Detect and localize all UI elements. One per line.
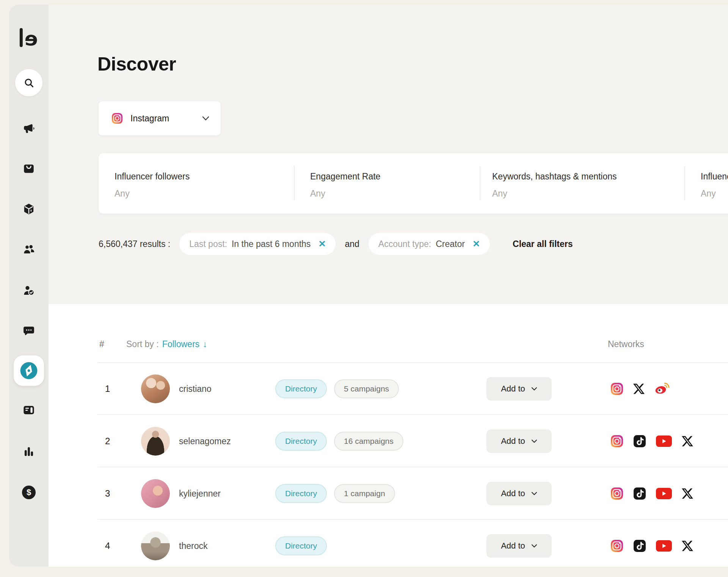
filter-engagement-rate[interactable]: Engagement Rate Any bbox=[310, 153, 462, 214]
sidebar-item-search[interactable] bbox=[15, 69, 42, 96]
sidebar-item-messages[interactable] bbox=[22, 324, 35, 337]
user-check-icon bbox=[22, 284, 35, 297]
sidebar-item-content[interactable] bbox=[22, 404, 35, 417]
sidebar-item-billing[interactable]: $ bbox=[22, 486, 36, 499]
badge-label: Directory bbox=[285, 437, 317, 446]
sidebar-item-discover-active[interactable] bbox=[14, 355, 44, 386]
app-logo[interactable]: ɘ bbox=[20, 28, 38, 47]
filter-value: Any bbox=[310, 189, 325, 199]
column-header-rank: # bbox=[99, 339, 104, 349]
row-rank: 2 bbox=[105, 436, 110, 447]
filter-chip-last-post: Last post: In the past 6 months ✕ bbox=[179, 233, 336, 255]
avatar[interactable] bbox=[141, 427, 170, 456]
badge-label: 5 campaigns bbox=[344, 384, 389, 393]
instagram-icon[interactable] bbox=[610, 487, 623, 500]
avatar[interactable] bbox=[141, 479, 170, 508]
weibo-icon[interactable] bbox=[654, 382, 670, 395]
megaphone-icon bbox=[22, 122, 35, 135]
divider bbox=[294, 166, 295, 200]
chip-label: Last post: bbox=[189, 239, 227, 249]
badge-label: 1 campaign bbox=[344, 489, 385, 498]
platform-selector[interactable]: Instagram bbox=[99, 101, 221, 135]
directory-badge: Directory bbox=[275, 432, 327, 451]
username[interactable]: kyliejenner bbox=[179, 489, 221, 499]
tiktok-icon[interactable] bbox=[633, 435, 646, 448]
remove-filter-icon[interactable]: ✕ bbox=[318, 239, 326, 249]
network-icons bbox=[610, 435, 693, 448]
app-window: ɘ bbox=[0, 0, 728, 577]
x-icon[interactable] bbox=[682, 488, 693, 499]
sort-direction-icon[interactable]: ↓ bbox=[203, 339, 207, 349]
campaigns-badge: 1 campaign bbox=[334, 484, 395, 503]
add-to-label: Add to bbox=[501, 436, 525, 446]
campaigns-badge: 5 campaigns bbox=[334, 379, 399, 398]
results-count: 6,560,437 results : bbox=[99, 239, 170, 249]
youtube-icon[interactable] bbox=[656, 436, 672, 447]
badge-label: Directory bbox=[285, 489, 317, 498]
add-to-button[interactable]: Add to bbox=[486, 482, 552, 505]
instagram-icon[interactable] bbox=[610, 435, 623, 448]
x-icon[interactable] bbox=[682, 436, 693, 447]
chevron-down-icon bbox=[531, 492, 537, 495]
table-row[interactable]: 1 cristiano Directory 5 campaigns Add to bbox=[49, 363, 728, 415]
sidebar-item-store[interactable] bbox=[22, 162, 35, 175]
chip-value: Creator bbox=[436, 239, 465, 249]
avatar[interactable] bbox=[141, 374, 170, 403]
add-to-button[interactable]: Add to bbox=[486, 534, 552, 558]
dollar-icon: $ bbox=[27, 487, 31, 497]
network-icons bbox=[610, 382, 670, 395]
filter-influencer-followers[interactable]: Influencer followers Any bbox=[115, 153, 274, 214]
avatar[interactable] bbox=[141, 531, 170, 560]
x-icon[interactable] bbox=[633, 383, 645, 395]
sidebar-item-influencers[interactable] bbox=[22, 243, 35, 256]
network-icons bbox=[610, 487, 693, 500]
x-icon[interactable] bbox=[682, 540, 693, 552]
username[interactable]: selenagomez bbox=[179, 436, 231, 447]
add-to-button[interactable]: Add to bbox=[486, 429, 552, 453]
instagram-icon[interactable] bbox=[610, 539, 623, 552]
row-rank: 1 bbox=[105, 384, 110, 394]
filter-label: Keywords, hashtags & mentions bbox=[492, 171, 617, 182]
filter-influencer[interactable]: Influencer Any bbox=[701, 153, 728, 214]
results-table: # Sort by : Followers ↓ Networks 1 crist… bbox=[49, 304, 728, 567]
username[interactable]: therock bbox=[179, 541, 207, 551]
sidebar-item-products[interactable] bbox=[22, 203, 35, 215]
table-row[interactable]: 4 therock Directory Add to bbox=[49, 520, 728, 567]
filter-panel: Influencer followers Any Engagement Rate… bbox=[99, 153, 728, 214]
divider bbox=[684, 166, 685, 200]
tiktok-icon[interactable] bbox=[633, 487, 646, 500]
results-bar: 6,560,437 results : Last post: In the pa… bbox=[99, 232, 728, 256]
table-row[interactable]: 3 kyliejenner Directory 1 campaign Add t… bbox=[49, 467, 728, 520]
sidebar-item-campaigns[interactable] bbox=[22, 122, 35, 135]
conjunction-text: and bbox=[345, 239, 359, 249]
table-row[interactable]: 2 selenagomez Directory 16 campaigns Add… bbox=[49, 415, 728, 467]
platform-selector-value: Instagram bbox=[130, 113, 169, 124]
filter-keywords[interactable]: Keywords, hashtags & mentions Any bbox=[492, 153, 667, 214]
logo-glyph: ɘ bbox=[25, 30, 38, 47]
directory-badge: Directory bbox=[275, 379, 327, 398]
directory-badge: Directory bbox=[275, 484, 327, 503]
bar-chart-icon bbox=[22, 445, 35, 458]
tiktok-icon[interactable] bbox=[633, 539, 646, 552]
sidebar-item-approved-creators[interactable] bbox=[22, 284, 35, 297]
sort-control: Sort by : Followers ↓ bbox=[126, 339, 207, 349]
directory-badge: Directory bbox=[275, 536, 327, 555]
clear-all-filters-button[interactable]: Clear all filters bbox=[513, 239, 573, 249]
youtube-icon[interactable] bbox=[656, 540, 672, 552]
shopping-bag-icon bbox=[22, 162, 35, 175]
add-to-button[interactable]: Add to bbox=[486, 377, 552, 401]
remove-filter-icon[interactable]: ✕ bbox=[472, 239, 480, 249]
youtube-icon[interactable] bbox=[656, 488, 672, 499]
row-rank: 4 bbox=[105, 541, 110, 551]
username[interactable]: cristiano bbox=[179, 384, 212, 394]
users-icon bbox=[22, 243, 35, 256]
search-icon bbox=[23, 77, 35, 88]
instagram-icon bbox=[111, 113, 123, 124]
filter-label: Influencer followers bbox=[115, 171, 190, 182]
sidebar-item-analytics[interactable] bbox=[22, 445, 35, 458]
add-to-label: Add to bbox=[501, 489, 525, 498]
instagram-icon[interactable] bbox=[610, 382, 623, 395]
sidebar: ɘ bbox=[9, 5, 49, 567]
badge-label: Directory bbox=[285, 384, 317, 393]
sort-by-value[interactable]: Followers bbox=[162, 339, 199, 349]
